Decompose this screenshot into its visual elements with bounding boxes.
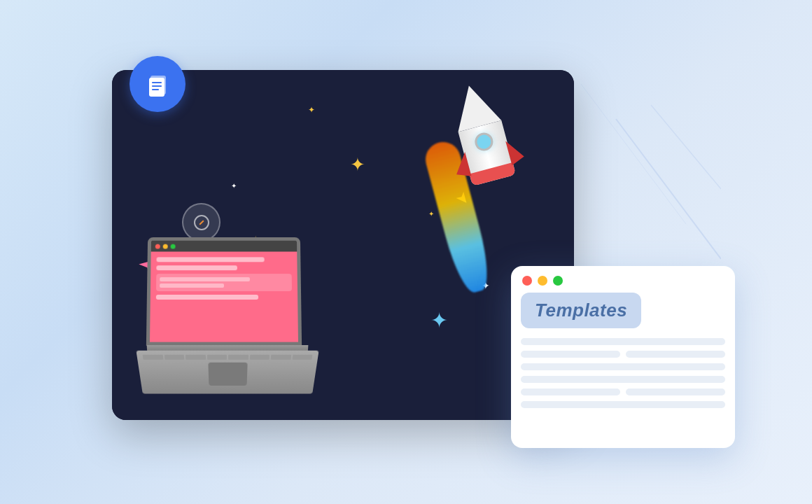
- card-content: [511, 338, 735, 418]
- icon-circle: [130, 56, 186, 112]
- scene-container: ✦ ✦ ✦ ✦ ✦ ✦ ✦ ✦ ✦ ➤ ➤: [91, 49, 721, 455]
- traffic-light-red: [522, 276, 532, 286]
- star-dot-1: ✦: [308, 105, 315, 115]
- svg-line-0: [616, 119, 721, 259]
- laptop-illustration: [147, 237, 315, 399]
- laptop-card: ✦ ✦ ✦ ✦ ✦ ✦ ✦ ✦ ✦ ➤ ➤: [112, 70, 574, 420]
- templates-badge: Templates: [521, 293, 641, 328]
- star-dot-2: ✦: [231, 182, 237, 190]
- content-line-half-1: [521, 351, 620, 358]
- content-line-half-2: [626, 351, 725, 358]
- svg-line-2: [581, 84, 686, 224]
- content-line-half-4: [626, 388, 725, 396]
- content-line-half-3: [521, 388, 620, 396]
- rocket: [447, 80, 516, 186]
- traffic-light-green: [553, 276, 563, 286]
- star-blue-big: ✦: [430, 308, 448, 332]
- templates-card: Templates: [511, 266, 735, 448]
- compass-icon: [182, 203, 220, 241]
- svg-line-1: [651, 105, 721, 189]
- star-dot-5: ✦: [428, 210, 434, 218]
- templates-badge-wrapper: Templates: [521, 293, 725, 328]
- templates-label: Templates: [535, 300, 627, 321]
- stars-background: ✦ ✦ ✦ ✦ ✦ ✦ ✦ ✦ ✦ ➤ ➤: [112, 70, 574, 420]
- content-line-full-2: [521, 363, 725, 370]
- content-line-full-4: [521, 401, 725, 408]
- svg-rect-4: [149, 78, 164, 97]
- content-line-full-3: [521, 376, 725, 383]
- document-copy-icon: [144, 70, 172, 98]
- star-yellow-medium: ✦: [350, 154, 365, 176]
- traffic-light-yellow: [538, 276, 547, 286]
- content-line-full-1: [521, 338, 725, 345]
- card-header: [511, 266, 735, 293]
